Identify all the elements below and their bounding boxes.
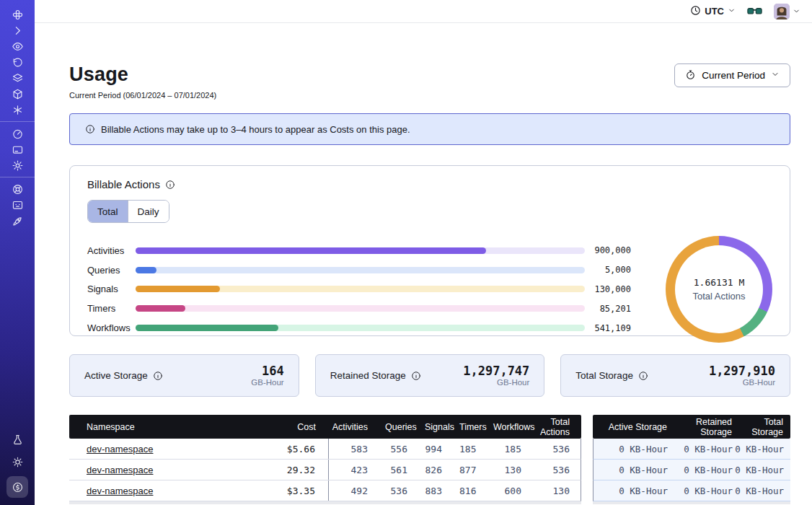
storage-table-row: 0 KB-Hour 0 KB-Hour 0 KB-Hour xyxy=(593,439,790,460)
bar-label: Activities xyxy=(87,245,136,256)
labs-flask-icon[interactable] xyxy=(5,431,30,447)
expand-sidebar-icon[interactable] xyxy=(5,22,30,38)
bar-value: 900,000 xyxy=(585,245,631,255)
period-button-label: Current Period xyxy=(702,70,765,81)
col-header-namespace: Namespace xyxy=(69,422,260,432)
signals-cell: 994 xyxy=(425,444,459,454)
total-actions-cell: 536 xyxy=(539,444,581,454)
retained-storage-cell: 0 KB-Hour xyxy=(668,444,733,454)
layers-icon[interactable] xyxy=(5,70,30,86)
timezone-selector[interactable]: UTC xyxy=(690,5,736,18)
bar-fill xyxy=(136,286,220,292)
namespace-link[interactable]: dev-namespace xyxy=(87,465,154,475)
timers-cell: 877 xyxy=(459,465,493,475)
retained-storage-cell: 0 KB-Hour xyxy=(668,465,733,475)
workflows-cell: 185 xyxy=(493,444,539,454)
temporal-logo-icon[interactable] xyxy=(5,6,30,22)
total-actions-cell: 130 xyxy=(539,486,581,496)
total-storage-cell: 0 KB-Hour xyxy=(733,486,791,496)
namespaces-icon[interactable] xyxy=(5,38,30,54)
timers-cell: 185 xyxy=(459,444,493,454)
col-header-active-storage: Active Storage xyxy=(593,422,667,432)
retained-storage-cell: 0 KB-Hour xyxy=(668,486,733,496)
getting-started-rocket-icon[interactable] xyxy=(5,213,30,229)
tab-daily[interactable]: Daily xyxy=(128,201,169,222)
storage-card-label: Retained Storage xyxy=(330,370,406,381)
queries-cell: 561 xyxy=(385,465,425,475)
storage-table-row: 0 KB-Hour 0 KB-Hour 0 KB-Hour xyxy=(593,460,790,480)
active-storage-cell: 0 KB-Hour xyxy=(593,486,668,496)
table-overflow-strip xyxy=(69,501,581,504)
topbar: UTC xyxy=(35,0,812,23)
storage-card-value: 164 xyxy=(251,364,283,377)
namespace-link[interactable]: dev-namespace xyxy=(87,486,154,496)
bar-fill xyxy=(136,267,156,273)
col-header-cost: Cost xyxy=(260,422,329,432)
activities-cell: 583 xyxy=(329,444,385,454)
timers-cell: 816 xyxy=(459,486,493,496)
user-menu[interactable] xyxy=(774,4,800,19)
table-row: dev-namespace $5.66 583 556 994 185 185 … xyxy=(69,439,581,460)
total-storage-cell: 0 KB-Hour xyxy=(733,444,791,454)
info-icon[interactable] xyxy=(638,371,648,381)
billable-actions-title: Billable Actions xyxy=(87,178,160,190)
usage-asterisk-icon[interactable] xyxy=(5,102,30,118)
billing-coin-button[interactable] xyxy=(6,476,28,498)
banner-text: Billable Actions may take up to 3–4 hour… xyxy=(101,124,410,135)
page-subtitle: Current Period (06/01/2024 – 07/01/2024) xyxy=(69,91,216,100)
col-header-signals: Signals xyxy=(425,422,459,432)
feedback-monitor-icon[interactable] xyxy=(5,197,30,213)
cost-cell: $5.66 xyxy=(260,439,329,459)
col-header-total-actions: Total Actions xyxy=(539,417,581,437)
deployments-cube-icon[interactable] xyxy=(5,86,30,102)
timezone-label: UTC xyxy=(705,6,724,17)
tab-total[interactable]: Total xyxy=(88,201,128,222)
total-storage-cell: 0 KB-Hour xyxy=(733,465,791,475)
donut-center-label: Total Actions xyxy=(693,291,746,302)
donut-center: 1.66131 M Total Actions xyxy=(675,245,763,333)
info-icon[interactable] xyxy=(165,180,175,190)
storage-card-unit: GB-Hour xyxy=(251,378,283,387)
sidebar-bottom-group xyxy=(5,431,30,498)
cost-cell: $3.35 xyxy=(260,480,329,501)
avatar xyxy=(774,4,790,19)
activities-cell: 423 xyxy=(329,465,385,475)
table-overflow-strip xyxy=(593,501,790,504)
bar-track xyxy=(136,305,585,312)
bar-label: Timers xyxy=(87,303,136,314)
col-header-workflows: Workflows xyxy=(493,422,539,432)
support-lifebuoy-icon[interactable] xyxy=(5,181,30,197)
theme-sun-icon[interactable] xyxy=(5,454,30,470)
chevron-down-icon xyxy=(793,5,800,18)
namespace-table: Namespace Cost Activities Queries Signal… xyxy=(69,415,581,504)
bar-value: 130,000 xyxy=(585,284,631,294)
bar-fill xyxy=(136,305,185,312)
namespace-link[interactable]: dev-namespace xyxy=(87,444,154,454)
bar-track xyxy=(136,247,585,254)
bar-track xyxy=(136,286,585,292)
main-content: Usage Current Period (06/01/2024 – 07/01… xyxy=(35,23,812,505)
info-icon[interactable] xyxy=(153,371,163,381)
col-header-total-storage: Total Storage xyxy=(732,417,790,437)
billing-card-icon[interactable] xyxy=(5,141,30,157)
settings-gear-icon[interactable] xyxy=(5,157,30,173)
cost-cell: 29.32 xyxy=(260,460,329,480)
donut-center-value: 1.66131 M xyxy=(694,277,744,288)
storage-table-header: Active Storage Retained Storage Total St… xyxy=(593,415,790,439)
schedules-icon[interactable] xyxy=(5,54,30,70)
storage-card-label: Total Storage xyxy=(575,370,633,381)
bar-track xyxy=(136,325,585,331)
storage-table-row: 0 KB-Hour 0 KB-Hour 0 KB-Hour xyxy=(593,480,790,501)
active-storage-cell: 0 KB-Hour xyxy=(593,465,668,475)
bar-fill xyxy=(136,325,278,331)
billable-actions-chart: Activities 900,000 Queries 5,000 Signals… xyxy=(87,236,772,343)
info-icon[interactable] xyxy=(411,371,421,381)
page-title: Usage xyxy=(69,63,216,85)
bar-row-queries: Queries 5,000 xyxy=(87,260,631,280)
billable-actions-card: Billable Actions Total Daily Activities … xyxy=(69,165,790,336)
metrics-gauge-icon[interactable] xyxy=(5,126,30,141)
namespace-table-header: Namespace Cost Activities Queries Signal… xyxy=(69,415,581,439)
period-selector-button[interactable]: Current Period xyxy=(674,63,790,87)
glasses-icon[interactable] xyxy=(747,6,762,17)
sidebar-divider xyxy=(0,121,35,122)
